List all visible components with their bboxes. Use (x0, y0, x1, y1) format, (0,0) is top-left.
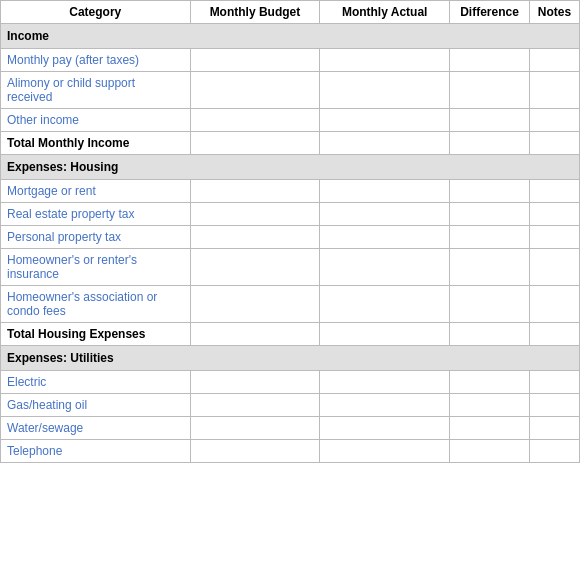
row-category-label: Gas/heating oil (1, 394, 191, 417)
total-row-label: Total Housing Expenses (1, 323, 191, 346)
row-cell[interactable] (529, 394, 579, 417)
section-header-row: Expenses: Housing (1, 155, 580, 180)
section-header-row: Expenses: Utilities (1, 346, 580, 371)
total-row-cell[interactable] (450, 132, 530, 155)
total-row-cell[interactable] (320, 323, 450, 346)
row-cell[interactable] (529, 72, 579, 109)
table-header-row: Category Monthly Budget Monthly Actual D… (1, 1, 580, 24)
row-cell[interactable] (190, 394, 320, 417)
row-cell[interactable] (450, 226, 530, 249)
row-cell[interactable] (529, 371, 579, 394)
row-cell[interactable] (320, 249, 450, 286)
row-cell[interactable] (450, 417, 530, 440)
table-row: Personal property tax (1, 226, 580, 249)
table-row: Monthly pay (after taxes) (1, 49, 580, 72)
row-category-label: Telephone (1, 440, 191, 463)
row-cell[interactable] (450, 440, 530, 463)
row-cell[interactable] (190, 72, 320, 109)
table-row: Homeowner's association or condo fees (1, 286, 580, 323)
row-cell[interactable] (529, 109, 579, 132)
row-cell[interactable] (320, 440, 450, 463)
row-cell[interactable] (320, 72, 450, 109)
row-cell[interactable] (529, 226, 579, 249)
table-row: Electric (1, 371, 580, 394)
row-cell[interactable] (529, 49, 579, 72)
header-difference: Difference (450, 1, 530, 24)
row-cell[interactable] (190, 371, 320, 394)
row-cell[interactable] (320, 180, 450, 203)
row-cell[interactable] (190, 109, 320, 132)
header-notes: Notes (529, 1, 579, 24)
header-monthly-budget: Monthly Budget (190, 1, 320, 24)
row-category-label: Real estate property tax (1, 203, 191, 226)
row-cell[interactable] (450, 109, 530, 132)
section-header-row: Income (1, 24, 580, 49)
row-cell[interactable] (190, 203, 320, 226)
budget-table: Category Monthly Budget Monthly Actual D… (0, 0, 580, 463)
row-category-label: Electric (1, 371, 191, 394)
row-category-label: Homeowner's or renter's insurance (1, 249, 191, 286)
section-header-label: Income (1, 24, 580, 49)
row-category-label: Monthly pay (after taxes) (1, 49, 191, 72)
total-row-cell[interactable] (320, 132, 450, 155)
row-cell[interactable] (450, 203, 530, 226)
total-row-cell[interactable] (190, 323, 320, 346)
row-cell[interactable] (320, 226, 450, 249)
row-cell[interactable] (320, 286, 450, 323)
row-cell[interactable] (450, 371, 530, 394)
row-cell[interactable] (190, 440, 320, 463)
total-row-cell[interactable] (529, 323, 579, 346)
section-header-label: Expenses: Utilities (1, 346, 580, 371)
row-cell[interactable] (450, 180, 530, 203)
row-category-label: Personal property tax (1, 226, 191, 249)
row-cell[interactable] (529, 417, 579, 440)
row-cell[interactable] (450, 49, 530, 72)
row-cell[interactable] (529, 203, 579, 226)
row-cell[interactable] (529, 440, 579, 463)
row-category-label: Alimony or child support received (1, 72, 191, 109)
row-cell[interactable] (190, 180, 320, 203)
table-row: Alimony or child support received (1, 72, 580, 109)
row-cell[interactable] (190, 249, 320, 286)
section-header-label: Expenses: Housing (1, 155, 580, 180)
row-cell[interactable] (320, 417, 450, 440)
row-cell[interactable] (320, 371, 450, 394)
table-row: Other income (1, 109, 580, 132)
row-cell[interactable] (320, 109, 450, 132)
table-row: Telephone (1, 440, 580, 463)
table-row: Water/sewage (1, 417, 580, 440)
total-row-cell[interactable] (529, 132, 579, 155)
total-row-label: Total Monthly Income (1, 132, 191, 155)
row-cell[interactable] (450, 394, 530, 417)
table-row: Real estate property tax (1, 203, 580, 226)
row-cell[interactable] (320, 49, 450, 72)
table-row: Mortgage or rent (1, 180, 580, 203)
row-cell[interactable] (450, 286, 530, 323)
total-row-cell[interactable] (190, 132, 320, 155)
row-cell[interactable] (450, 72, 530, 109)
table-row: Gas/heating oil (1, 394, 580, 417)
total-row: Total Housing Expenses (1, 323, 580, 346)
row-category-label: Mortgage or rent (1, 180, 191, 203)
header-monthly-actual: Monthly Actual (320, 1, 450, 24)
row-cell[interactable] (190, 286, 320, 323)
row-cell[interactable] (529, 249, 579, 286)
row-category-label: Water/sewage (1, 417, 191, 440)
total-row-cell[interactable] (450, 323, 530, 346)
row-cell[interactable] (450, 249, 530, 286)
total-row: Total Monthly Income (1, 132, 580, 155)
row-cell[interactable] (190, 226, 320, 249)
row-cell[interactable] (190, 49, 320, 72)
row-cell[interactable] (190, 417, 320, 440)
row-category-label: Homeowner's association or condo fees (1, 286, 191, 323)
row-cell[interactable] (529, 286, 579, 323)
row-cell[interactable] (529, 180, 579, 203)
row-category-label: Other income (1, 109, 191, 132)
header-category: Category (1, 1, 191, 24)
row-cell[interactable] (320, 203, 450, 226)
row-cell[interactable] (320, 394, 450, 417)
table-row: Homeowner's or renter's insurance (1, 249, 580, 286)
